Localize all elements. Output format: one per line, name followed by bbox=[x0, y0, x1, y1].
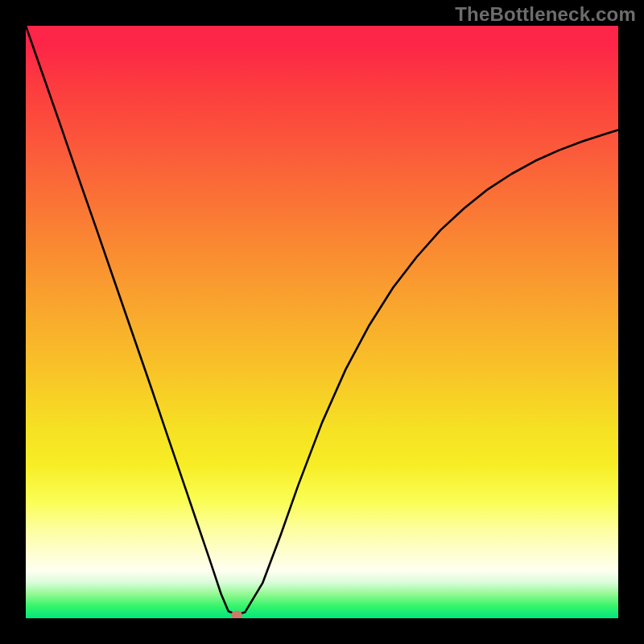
minimum-marker bbox=[231, 610, 242, 618]
plot-area bbox=[26, 26, 618, 618]
watermark-label: TheBottleneck.com bbox=[455, 3, 636, 26]
bottleneck-curve bbox=[26, 26, 618, 618]
chart-frame: TheBottleneck.com bbox=[0, 0, 644, 644]
